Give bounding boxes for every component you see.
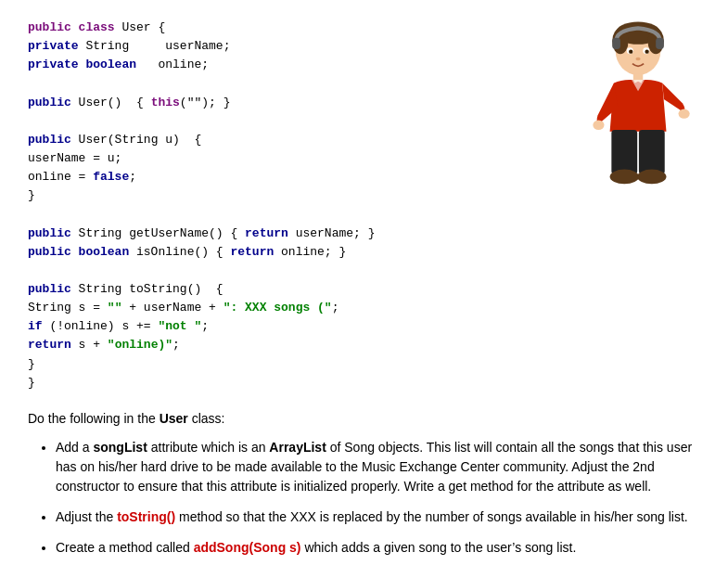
svg-point-17 (637, 170, 666, 185)
svg-rect-4 (612, 38, 620, 49)
svg-rect-14 (611, 130, 637, 174)
svg-point-9 (645, 49, 648, 53)
normal-text: Adjust the (56, 509, 117, 524)
code-line: private boolean online; (28, 56, 533, 74)
code-line: String s = "" + userName + ": XXX songs … (28, 299, 533, 317)
normal-text: Add a (56, 440, 93, 455)
bold-text: songList (93, 440, 147, 455)
svg-rect-5 (656, 38, 664, 49)
intro-bold: User (160, 411, 188, 426)
svg-point-8 (629, 49, 632, 53)
bold-text: ArrayList (269, 440, 326, 455)
code-line: public User(String u) { (28, 131, 533, 149)
svg-point-13 (679, 109, 690, 118)
top-section: public class User { private String userN… (28, 19, 700, 392)
code-line: online = false; (28, 168, 533, 186)
intro-line: Do the following in the User class: (28, 409, 700, 429)
red-text: addSong(Song s) (194, 540, 301, 555)
code-line: private String userName; (28, 37, 533, 56)
code-line (28, 262, 533, 280)
code-line: public String toString() { (28, 280, 533, 299)
code-line: public boolean isOnline() { return onlin… (28, 243, 533, 262)
code-block: public class User { private String userN… (28, 19, 552, 392)
code-line: if (!online) s += "not "; (28, 317, 533, 336)
code-line: } (28, 186, 533, 205)
svg-point-10 (635, 58, 640, 60)
code-line: userName = u; (28, 149, 533, 168)
code-line (28, 205, 533, 224)
code-line: } (28, 374, 533, 392)
bullet-list: Add a songList attribute which is an Arr… (28, 438, 700, 565)
code-line: public String getUserName() { return use… (28, 225, 533, 243)
intro-end: class: (188, 411, 225, 426)
avatar-area (552, 19, 700, 204)
code-line: } (28, 355, 533, 374)
svg-point-16 (610, 170, 639, 185)
list-item: Create a method called addSong(Song s) w… (56, 538, 700, 558)
list-item: Add a songList attribute which is an Arr… (56, 438, 700, 496)
code-line: return s + "online)"; (28, 336, 533, 354)
code-line: public User() { this(""); } (28, 94, 533, 112)
intro-text: Do the following in the (28, 411, 160, 426)
svg-point-12 (593, 121, 604, 130)
code-line (28, 74, 533, 93)
red-text: toString() (117, 509, 175, 524)
character-avatar (556, 19, 696, 204)
normal-text: which adds a given song to the user’s so… (301, 540, 577, 555)
normal-text: attribute which is an (147, 440, 270, 455)
list-item: Adjust the toString() method so that the… (56, 507, 700, 527)
normal-text: method so that the XXX is replaced by th… (175, 509, 688, 524)
svg-rect-15 (639, 130, 665, 174)
code-line: public class User { (28, 19, 533, 37)
instructions: Do the following in the User class: Add … (28, 409, 700, 565)
code-line (28, 112, 533, 131)
normal-text: Create a method called (56, 540, 194, 555)
